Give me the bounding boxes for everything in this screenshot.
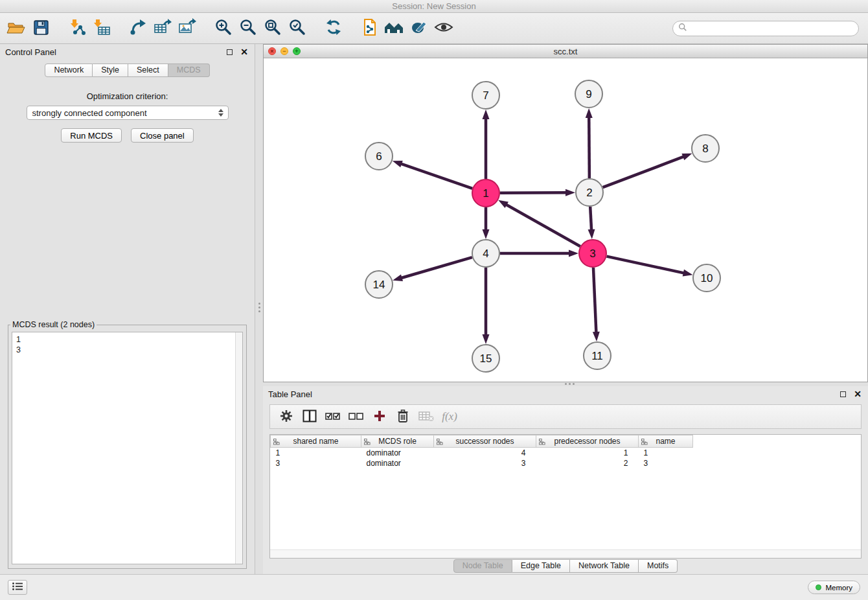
table-row[interactable]: 1dominator411 bbox=[271, 448, 693, 458]
tab-motifs[interactable]: Motifs bbox=[639, 559, 678, 573]
save-session-button[interactable] bbox=[29, 16, 53, 41]
zoom-fit-button[interactable] bbox=[260, 16, 285, 41]
graph-node-11[interactable]: 11 bbox=[584, 342, 611, 369]
graphics-details-button[interactable] bbox=[407, 16, 431, 41]
tab-mcds[interactable]: MCDS bbox=[168, 63, 210, 77]
graph-node-10[interactable]: 10 bbox=[693, 264, 720, 292]
open-file-button[interactable] bbox=[4, 16, 29, 41]
graph-edge-2-8[interactable] bbox=[603, 156, 685, 187]
close-panel-icon[interactable]: ✕ bbox=[240, 47, 248, 56]
svg-text:8: 8 bbox=[702, 143, 708, 155]
export-image-button[interactable] bbox=[175, 16, 200, 41]
svg-text:3: 3 bbox=[589, 248, 595, 260]
graph-edge-3-11[interactable] bbox=[593, 268, 596, 333]
column-header-name[interactable]: name bbox=[639, 435, 693, 448]
tab-network-table[interactable]: Network Table bbox=[570, 559, 639, 573]
graph-edge-1-6[interactable] bbox=[400, 163, 472, 188]
tab-select[interactable]: Select bbox=[128, 63, 168, 77]
delete-column-button[interactable] bbox=[392, 406, 414, 427]
graph-edge-4-14[interactable] bbox=[401, 257, 472, 278]
float-table-panel-icon[interactable] bbox=[840, 391, 846, 397]
zoom-in-button[interactable] bbox=[211, 16, 236, 41]
tab-edge-table[interactable]: Edge Table bbox=[512, 559, 570, 573]
add-column-button[interactable] bbox=[369, 406, 391, 427]
export-table-button[interactable] bbox=[150, 16, 175, 41]
first-neighbors-button[interactable] bbox=[382, 16, 407, 41]
toggle-view-button[interactable] bbox=[431, 16, 456, 41]
graph-node-1[interactable]: 1 bbox=[472, 179, 499, 207]
graph-node-3[interactable]: 3 bbox=[579, 240, 606, 267]
column-header-successor-nodes[interactable]: successor nodes bbox=[434, 435, 536, 448]
graph-edge-1-2[interactable] bbox=[500, 192, 567, 193]
tab-network[interactable]: Network bbox=[45, 63, 93, 77]
column-header-mcds-role[interactable]: MCDS role bbox=[361, 435, 434, 448]
delete-table-button[interactable] bbox=[415, 406, 437, 427]
column-header-shared-name[interactable]: shared name bbox=[271, 435, 361, 448]
tab-node-table[interactable]: Node Table bbox=[453, 559, 512, 573]
zoom-out-button[interactable] bbox=[236, 16, 260, 41]
eye-icon bbox=[434, 20, 453, 36]
column-label: name bbox=[656, 437, 675, 446]
vertical-splitter[interactable] bbox=[255, 44, 263, 574]
application-window: Session: New Session bbox=[0, 0, 868, 600]
graph-node-8[interactable]: 8 bbox=[692, 135, 719, 162]
open-folder-icon bbox=[6, 19, 26, 38]
minimize-window-icon[interactable]: − bbox=[280, 47, 288, 55]
graph-edge-3-1[interactable] bbox=[505, 204, 580, 246]
edge-arrowhead bbox=[569, 250, 578, 257]
tab-style[interactable]: Style bbox=[93, 63, 128, 77]
select-all-button[interactable] bbox=[322, 406, 344, 427]
import-table-button[interactable] bbox=[89, 16, 114, 41]
close-panel-button[interactable]: Close panel bbox=[131, 128, 194, 143]
list-icon bbox=[12, 582, 23, 593]
graphics-details-icon bbox=[410, 19, 428, 38]
graph-node-2[interactable]: 2 bbox=[576, 179, 603, 206]
deselect-all-button[interactable] bbox=[345, 406, 367, 427]
network-window-title: scc.txt bbox=[264, 47, 867, 56]
floppy-disk-icon bbox=[32, 19, 50, 38]
search-input[interactable] bbox=[691, 24, 853, 33]
network-graph[interactable]: 7968124314101511 bbox=[264, 58, 868, 383]
window-controls: × − + bbox=[268, 47, 301, 55]
graph-node-15[interactable]: 15 bbox=[472, 345, 499, 372]
close-table-panel-icon[interactable]: ✕ bbox=[854, 389, 862, 398]
optimization-criterion-select[interactable]: strongly connected component bbox=[27, 106, 229, 120]
table-settings-button[interactable] bbox=[275, 406, 297, 427]
float-panel-icon[interactable] bbox=[227, 49, 233, 55]
window-titlebar: Session: New Session bbox=[0, 0, 868, 13]
table-row[interactable]: 3dominator323 bbox=[271, 458, 693, 468]
edge-arrowhead bbox=[483, 334, 490, 344]
table-cell: 1 bbox=[639, 448, 693, 458]
graph-node-9[interactable]: 9 bbox=[575, 80, 602, 108]
memory-button[interactable]: Memory bbox=[808, 581, 860, 594]
refresh-view-button[interactable] bbox=[321, 16, 346, 41]
table-panel-header: Table Panel ✕ bbox=[263, 386, 868, 402]
column-header-predecessor-nodes[interactable]: predecessor nodes bbox=[536, 435, 639, 448]
graph-node-4[interactable]: 4 bbox=[472, 240, 499, 267]
mcds-result-box[interactable]: 1 3 bbox=[12, 332, 243, 564]
graph-node-14[interactable]: 14 bbox=[365, 271, 393, 298]
network-canvas[interactable]: 7968124314101511 bbox=[264, 58, 867, 382]
result-scrollbar[interactable] bbox=[235, 332, 242, 564]
search-field[interactable] bbox=[672, 21, 859, 36]
graph-node-6[interactable]: 6 bbox=[365, 143, 393, 170]
graph-edge-2-3[interactable] bbox=[590, 207, 591, 231]
svg-text:7: 7 bbox=[483, 89, 488, 102]
maximize-window-icon[interactable]: + bbox=[293, 47, 301, 55]
table-horizontal-scrollbar[interactable] bbox=[270, 549, 861, 558]
task-history-button[interactable] bbox=[8, 580, 27, 595]
graph-node-7[interactable]: 7 bbox=[472, 82, 499, 109]
import-network-button[interactable] bbox=[65, 16, 89, 41]
zoom-selected-button[interactable] bbox=[285, 16, 310, 41]
function-builder-button[interactable]: f(x) bbox=[439, 406, 461, 427]
zoom-out-icon bbox=[239, 18, 257, 38]
new-network-from-selection-button[interactable] bbox=[358, 16, 382, 41]
graph-edge-3-10[interactable] bbox=[607, 257, 685, 273]
network-window-titlebar[interactable]: × − + scc.txt bbox=[264, 45, 867, 58]
show-columns-button[interactable] bbox=[299, 406, 321, 427]
run-mcds-button[interactable]: Run MCDS bbox=[61, 128, 122, 143]
graph-edge-2-9[interactable] bbox=[589, 117, 589, 178]
zoom-in-icon bbox=[214, 18, 233, 38]
export-network-button[interactable] bbox=[126, 16, 150, 41]
close-window-icon[interactable]: × bbox=[268, 47, 276, 55]
